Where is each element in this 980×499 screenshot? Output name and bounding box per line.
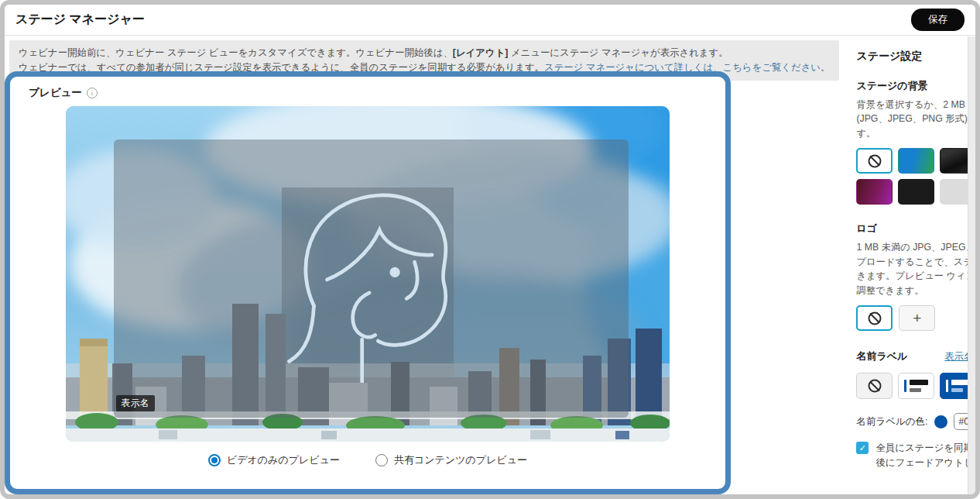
background-description: 背景を選択するか、2 MB 未満のファイル (JPG、JPEG、PNG 形式) … (856, 98, 980, 140)
preview-panel: プレビュー i (5, 71, 731, 494)
name-label-color-swatch[interactable] (934, 415, 947, 428)
preview-title: プレビュー (29, 86, 82, 100)
background-swatch-grid: ✕ + (856, 148, 980, 205)
preview-mode-radios: ビデオのみのプレビュー 共有コンテンツのプレビュー (22, 453, 713, 467)
name-label-color-label: 名前ラベルの色: (856, 415, 927, 428)
plus-icon: + (913, 310, 921, 327)
check-icon: ✓ (859, 443, 866, 453)
info-icon[interactable]: i (87, 88, 98, 98)
radio-video-only[interactable]: ビデオのみのプレビュー (208, 453, 340, 467)
bg-swatch-none[interactable] (856, 148, 893, 174)
save-button[interactable]: 保存 (911, 9, 965, 31)
logo-description: 1 MB 未満の JPG、JPEG、PNG ファイルをアップロードすることで、ス… (856, 240, 980, 298)
page-title: ステージ マネージャー (15, 12, 145, 28)
stage-settings-sidebar: ステージ設定 ステージの背景 背景を選択するか、2 MB 未満のファイル (JP… (839, 36, 980, 499)
avatar-placeholder-icon (276, 161, 466, 382)
display-name-tag: 表示名 (116, 395, 155, 411)
name-label-color-input[interactable] (954, 413, 980, 430)
sync-fadeout-text: 全員にステージを同期しているときは、15 秒後にフェードアウトします。 (875, 441, 980, 470)
stage-background-preview: 表示名 (66, 106, 670, 442)
logo-add-button[interactable]: + (899, 305, 935, 331)
bg-swatch-black[interactable] (898, 179, 934, 205)
sidebar-title: ステージ設定 (856, 50, 922, 64)
name-label-color-row: 名前ラベルの色: (856, 413, 980, 430)
sync-fadeout-checkbox[interactable]: ✓ (856, 442, 869, 454)
name-label-section: 名前ラベル 表示名とサブタイトルを編集 (856, 349, 980, 470)
logo-none-button[interactable] (856, 305, 893, 331)
label-style-none[interactable] (856, 373, 893, 399)
ban-icon (868, 154, 881, 167)
background-section: ステージの背景 背景を選択するか、2 MB 未満のファイル (JPG、JPEG、… (856, 79, 980, 205)
radio-shared-content[interactable]: 共有コンテンツのプレビュー (375, 453, 527, 467)
radio-video-only-circle[interactable] (208, 454, 221, 466)
ban-icon (868, 380, 881, 393)
bg-swatch-blue-green-gradient[interactable] (898, 148, 934, 174)
logo-title: ロゴ (856, 222, 980, 236)
video-region-overlay[interactable]: 表示名 (114, 139, 629, 418)
sidebar-scrollbar[interactable] (968, 36, 975, 494)
stage-manager-window: ステージ マネージャー 保存 ウェビナー開始前に、ウェビナー ステージ ビューを… (0, 0, 980, 499)
page-header: ステージ マネージャー 保存 (5, 5, 975, 36)
radio-shared-content-circle[interactable] (375, 454, 388, 466)
name-label-style-row (856, 373, 980, 399)
label-style-left-bar-light[interactable] (898, 373, 934, 399)
background-title: ステージの背景 (856, 79, 980, 93)
layout-menu-ref: [レイアウト] (453, 47, 509, 58)
bg-swatch-magenta-gradient[interactable] (856, 179, 893, 205)
ban-icon (868, 311, 881, 325)
name-label-title: 名前ラベル (856, 349, 907, 363)
logo-section: ロゴ 1 MB 未満の JPG、JPEG、PNG ファイルをアップロードすること… (856, 222, 980, 331)
banner-line-1: ウェビナー開始前に、ウェビナー ステージ ビューをカスタマイズできます。ウェビナ… (19, 46, 830, 60)
sync-fadeout-option: ✓ 全員にステージを同期しているときは、15 秒後にフェードアウトします。 (856, 441, 980, 470)
